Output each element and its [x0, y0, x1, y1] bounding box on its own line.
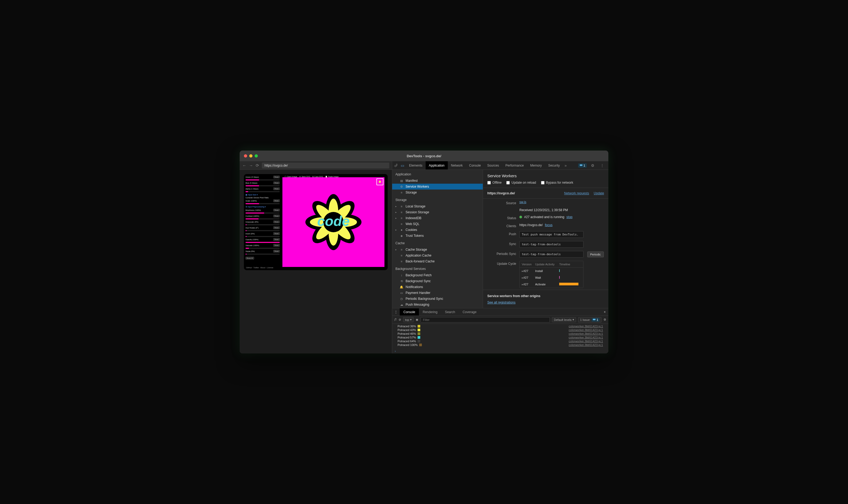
section-header[interactable]: ⚙ Input Preprocessing ▾ [245, 206, 280, 208]
tree-item-local-storage[interactable]: ▸≡Local Storage [392, 203, 483, 209]
inspect-icon[interactable]: ⮰ [392, 163, 399, 168]
network-requests-link[interactable]: Network requests [564, 192, 589, 195]
check-offline[interactable]: Offline [487, 181, 501, 184]
issues-drawer[interactable]: 1 Issue: 1 [578, 317, 601, 323]
reset-button[interactable]: Reset [273, 187, 280, 190]
update-link[interactable]: Update [594, 192, 604, 195]
check-update-on-reload[interactable]: Update on reload [506, 181, 536, 184]
tree-item-background-fetch[interactable]: ↕Background Fetch [392, 272, 483, 278]
tree-item-push-messaging[interactable]: ☁Push Messaging [392, 302, 483, 307]
drawer-tab-search[interactable]: Search [441, 308, 459, 316]
minimize-icon[interactable] [249, 154, 253, 158]
reset-button[interactable]: Reset [273, 244, 280, 247]
focus-link[interactable]: focus [545, 223, 553, 227]
tab-memory[interactable]: Memory [527, 161, 545, 169]
source-link[interactable]: sw.js [519, 200, 526, 204]
see-all-registrations-link[interactable]: See all registrations [487, 301, 515, 304]
reload-icon[interactable]: ⟳ [256, 163, 259, 168]
issues-badge[interactable]: 1 [578, 163, 587, 168]
tree-item-application-cache[interactable]: ≡Application Cache [392, 253, 483, 258]
control-row[interactable]: Saturate (100%)Reset [245, 244, 280, 247]
control-row[interactable]: Scale (100%)Reset [245, 199, 280, 202]
settings-icon[interactable]: ⚙ [589, 163, 596, 168]
reset-button[interactable]: Reset [273, 215, 280, 217]
tab-elements[interactable]: Elements [406, 161, 426, 169]
periodic-input[interactable] [519, 251, 584, 258]
tree-item-manifest[interactable]: ▤Manifest [392, 178, 483, 184]
forward-icon[interactable]: → [249, 163, 253, 168]
drawer-tab-console[interactable]: Console [400, 308, 419, 316]
console-prompt[interactable]: › [392, 349, 608, 354]
tree-item-storage[interactable]: ≡Storage [392, 190, 483, 195]
drawer-tab-coverage[interactable]: Coverage [459, 308, 480, 316]
drawer-menu-icon[interactable]: ⋮ [392, 310, 400, 314]
tree-item-payment-handler[interactable]: ▭Payment Handler [392, 290, 483, 296]
kebab-icon[interactable]: ⋮ [599, 163, 606, 168]
reset-button[interactable]: Reset [273, 176, 280, 178]
reset-button[interactable]: Reset [273, 250, 280, 253]
levels-select[interactable]: Default levels ▾ [552, 317, 576, 322]
open-image-button[interactable]: ▢ Open Image [284, 176, 297, 178]
control-row[interactable]: Consider Device Pixel Ratio [245, 197, 280, 199]
filter-input[interactable] [420, 317, 550, 323]
tree-item-trust-tokens[interactable]: ◈Trust Tokens [392, 233, 483, 239]
tree-item-cookies[interactable]: ▸●Cookies [392, 227, 483, 233]
tab-performance[interactable]: Performance [502, 161, 527, 169]
control-row[interactable]: Green (5 Steps)Reset [245, 176, 280, 178]
context-select[interactable]: top ▾ [403, 317, 414, 322]
control-row[interactable]: Sepia (0%)Reset [245, 250, 280, 253]
copy-svg-button[interactable]: ⧉ Copy SVG [312, 176, 323, 178]
tab-security[interactable]: Security [545, 161, 563, 169]
source-link[interactable]: colorworker.3bb51423.js:1 [569, 336, 603, 339]
tree-item-service-workers[interactable]: ⚙Service Workers [392, 184, 483, 190]
tree-item-web-sql[interactable]: ≡Web SQL [392, 221, 483, 227]
tab-network[interactable]: Network [448, 161, 466, 169]
tree-item-notifications[interactable]: 🔔Notifications [392, 284, 483, 290]
control-row[interactable]: Invert (0%)Reset [245, 232, 280, 235]
sync-input[interactable] [519, 241, 584, 248]
periodic-button[interactable]: Periodic [587, 251, 604, 257]
device-icon[interactable]: ▭ [399, 163, 406, 168]
tree-item-background-sync[interactable]: ⟲Background Sync [392, 278, 483, 284]
control-row[interactable]: Alpha (1 Steps)Reset [245, 187, 280, 190]
tree-item-session-storage[interactable]: ▸≡Session Storage [392, 209, 483, 215]
save-svg-button[interactable]: ⬇ Save SVG [299, 176, 310, 178]
gear-icon[interactable]: ⚙ [604, 318, 606, 321]
close-icon[interactable] [244, 154, 247, 158]
reset-button[interactable]: Reset [273, 181, 280, 184]
tab-console[interactable]: Console [466, 161, 484, 169]
reset-button[interactable]: Reset [273, 209, 280, 212]
section-header[interactable]: ▦ Input Size ▾ [245, 194, 280, 196]
reset-button[interactable]: Reset [273, 199, 280, 202]
more-tabs-icon[interactable]: » [563, 163, 568, 168]
paste-image-button[interactable]: 📋 Paste Image [325, 176, 339, 178]
tree-item-back-forward-cache[interactable]: ≡Back-forward Cache [392, 258, 483, 264]
source-link[interactable]: colorworker.3bb51423.js:1 [569, 325, 603, 328]
tree-item-indexeddb[interactable]: ▸≡IndexedDB [392, 215, 483, 221]
reset-all-button[interactable]: Reset All [245, 257, 254, 259]
source-link[interactable]: colorworker.3bb51423.js:1 [569, 343, 603, 346]
push-input[interactable] [519, 231, 584, 238]
tab-application[interactable]: Application [426, 161, 448, 169]
reset-button[interactable]: Reset [273, 220, 280, 223]
stop-link[interactable]: stop [566, 215, 573, 219]
tab-sources[interactable]: Sources [484, 161, 502, 169]
control-row[interactable]: Blue (5 Steps)Reset [245, 181, 280, 184]
reset-button[interactable]: Reset [273, 232, 280, 235]
maximize-icon[interactable] [255, 154, 258, 158]
url-input[interactable]: https://svgco.de/ [262, 163, 389, 168]
tree-item-periodic-background-sync[interactable]: ◷Periodic Background Sync [392, 296, 483, 302]
control-row[interactable]: Hue Rotate (0°)Reset [245, 227, 280, 229]
source-link[interactable]: colorworker.3bb51423.js:1 [569, 328, 603, 331]
source-link[interactable]: colorworker.3bb51423.js:1 [569, 332, 603, 335]
source-link[interactable]: colorworker.3bb51423.js:1 [569, 340, 603, 343]
close-drawer-icon[interactable]: × [601, 310, 608, 314]
reset-button[interactable]: Reset [273, 227, 280, 229]
control-row[interactable]: Contrast (100%)Reset [245, 215, 280, 217]
eye-icon[interactable]: ◉ [416, 318, 418, 321]
drawer-tab-rendering[interactable]: Rendering [419, 308, 441, 316]
back-icon[interactable]: ← [242, 163, 246, 168]
check-bypass-for-network[interactable]: Bypass for network [541, 181, 573, 184]
reset-button[interactable]: Reset [273, 238, 280, 241]
tree-item-cache-storage[interactable]: ▸≡Cache Storage [392, 247, 483, 253]
